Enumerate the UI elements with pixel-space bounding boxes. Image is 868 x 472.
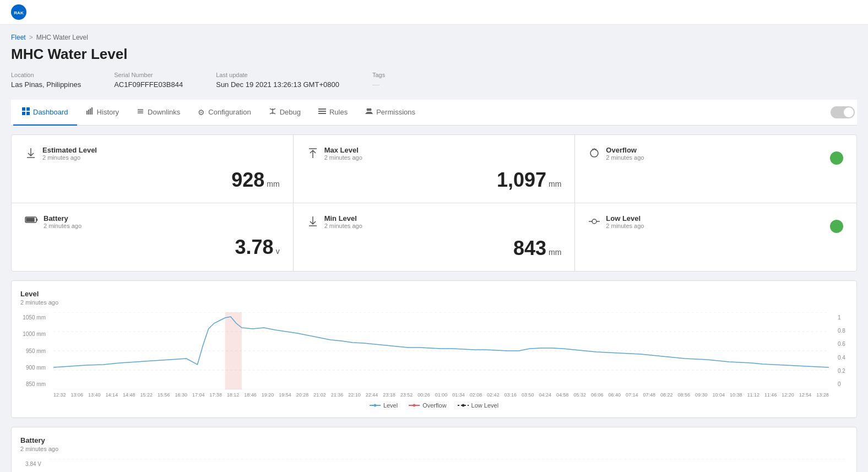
- tab-downlinks[interactable]: Downlinks: [128, 100, 189, 126]
- serial-value: AC1F09FFFE03B844: [114, 80, 183, 89]
- tab-configuration[interactable]: ⚙ Configuration: [189, 100, 259, 126]
- x-label: 01:34: [452, 392, 465, 398]
- min-level-value: 843: [513, 237, 546, 260]
- y-label-900: 900 mm: [20, 365, 46, 371]
- svg-rect-6: [86, 111, 88, 115]
- level-chart-section: Level 2 minutes ago 1050 mm 1000 mm 950 …: [11, 280, 857, 418]
- battery-value: 3.78: [235, 236, 274, 259]
- estimated-level-unit: mm: [267, 180, 279, 188]
- svg-rect-14: [318, 108, 326, 110]
- breadcrumb: Fleet > MHC Water Level: [11, 34, 857, 41]
- tab-debug-label: Debug: [280, 108, 301, 116]
- serial-label: Serial Number: [114, 72, 183, 78]
- battery-chart-svg: [49, 459, 848, 472]
- svg-rect-16: [318, 113, 326, 114]
- svg-text:RAK: RAK: [14, 10, 24, 15]
- dashboard-toggle[interactable]: [831, 106, 855, 118]
- estimated-level-name: Estimated Level: [42, 146, 97, 154]
- x-label: 21:02: [313, 392, 326, 398]
- overflow-time: 2 minutes ago: [606, 154, 644, 161]
- legend-overflow-label: Overflow: [422, 402, 446, 409]
- metric-overflow: Overflow 2 minutes ago: [575, 135, 856, 203]
- tab-dashboard[interactable]: Dashboard: [13, 100, 77, 126]
- x-label: 13:40: [88, 392, 101, 398]
- legend-overflow-icon: [409, 404, 420, 407]
- min-level-icon: [307, 215, 319, 230]
- battery-chart-section: Battery 2 minutes ago 3.84 V 3.82 V 3.8 …: [11, 427, 857, 472]
- x-label: 23:52: [400, 392, 413, 398]
- level-chart-subtitle: 2 minutes ago: [20, 299, 848, 306]
- tags-label: Tags: [372, 72, 385, 78]
- tab-debug[interactable]: Debug: [260, 100, 310, 126]
- metric-estimated-level: Estimated Level 2 minutes ago 928 mm: [12, 135, 293, 203]
- tab-rules[interactable]: Rules: [310, 100, 356, 126]
- svg-rect-3: [26, 107, 30, 111]
- svg-rect-15: [318, 111, 326, 112]
- svg-rect-8: [90, 108, 91, 115]
- x-label: 12:54: [799, 392, 812, 398]
- x-label: 05:32: [574, 392, 587, 398]
- max-level-icon: [307, 147, 319, 162]
- svg-rect-7: [88, 110, 89, 115]
- rules-icon: [318, 107, 326, 117]
- estimated-level-time: 2 minutes ago: [42, 154, 97, 161]
- meta-location: Location Las Pinas, Philippines: [11, 72, 81, 89]
- x-label: 13:28: [816, 392, 829, 398]
- x-label: 14:14: [105, 392, 118, 398]
- svg-rect-4: [22, 112, 25, 115]
- svg-rect-29: [225, 312, 242, 389]
- metric-low-level: Low Level 2 minutes ago: [575, 203, 856, 271]
- overflow-indicator: [830, 151, 843, 165]
- svg-point-33: [413, 404, 416, 407]
- toggle-switch[interactable]: [831, 106, 855, 118]
- svg-point-31: [373, 404, 376, 407]
- x-label: 03:50: [522, 392, 534, 398]
- overflow-icon: [588, 147, 600, 162]
- max-level-value: 1,097: [497, 169, 546, 192]
- breadcrumb-current: MHC Water Level: [36, 34, 88, 41]
- battery-chart-title: Battery: [20, 436, 848, 444]
- x-label: 02:42: [487, 392, 500, 398]
- low-level-name: Low Level: [606, 214, 644, 223]
- level-chart-title: Level: [20, 290, 848, 298]
- x-label: 00:26: [417, 392, 430, 398]
- meta-row: Location Las Pinas, Philippines Serial N…: [11, 72, 857, 89]
- location-label: Location: [11, 72, 81, 78]
- x-label: 12:20: [782, 392, 794, 398]
- tab-dashboard-label: Dashboard: [33, 108, 68, 116]
- min-level-unit: mm: [549, 248, 561, 257]
- y-label-850: 850 mm: [20, 381, 46, 387]
- x-label: 16:30: [175, 392, 187, 398]
- low-level-icon: [588, 215, 600, 230]
- x-label: 06:06: [591, 392, 604, 398]
- top-bar: RAK: [0, 0, 868, 25]
- y-right-1: 1: [838, 314, 848, 321]
- battery-icon: [25, 215, 38, 227]
- legend-level-label: Level: [383, 402, 398, 409]
- breadcrumb-fleet[interactable]: Fleet: [11, 34, 26, 41]
- x-label: 19:54: [279, 392, 291, 398]
- x-label: 10:04: [712, 392, 725, 398]
- legend-level: Level: [370, 402, 398, 409]
- y-label-950: 950 mm: [20, 348, 46, 354]
- metric-battery: Battery 2 minutes ago 3.78 v: [12, 203, 293, 271]
- x-label: 04:24: [539, 392, 552, 398]
- debug-icon: [269, 107, 276, 117]
- x-label: 19:20: [262, 392, 274, 398]
- tab-rules-label: Rules: [329, 108, 348, 116]
- legend-overflow: Overflow: [409, 402, 446, 409]
- x-label: 02:08: [470, 392, 482, 398]
- meta-lastupdate: Last update Sun Dec 19 2021 13:26:13 GMT…: [216, 72, 339, 89]
- svg-rect-2: [22, 107, 25, 111]
- legend-lowlevel-icon: [458, 404, 469, 407]
- x-label: 15:22: [140, 392, 153, 398]
- tab-history[interactable]: History: [77, 100, 128, 126]
- estimated-level-value: 928: [231, 169, 264, 192]
- legend-level-icon: [370, 404, 381, 407]
- tabs-bar: Dashboard History Downlinks ⚙ Configurat…: [11, 100, 857, 126]
- x-label: 20:28: [296, 392, 309, 398]
- tab-permissions[interactable]: Permissions: [356, 100, 424, 126]
- metric-min-level: Min Level 2 minutes ago 843 mm: [294, 203, 575, 271]
- x-label: 10:38: [730, 392, 742, 398]
- x-label: 11:46: [764, 392, 777, 398]
